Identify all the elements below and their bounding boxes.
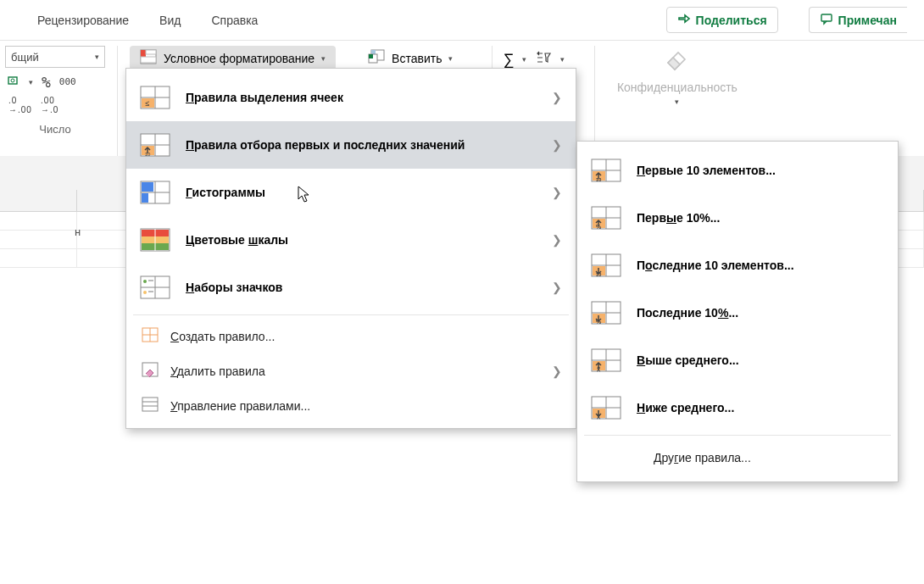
sub-label: Последние 10%... bbox=[637, 306, 738, 320]
menu-label: Гистограммы bbox=[186, 186, 537, 199]
share-button[interactable]: Поделиться bbox=[666, 7, 778, 33]
styles-group: Условное форматирование ▾ bbox=[130, 46, 336, 70]
chevron-down-icon[interactable]: ▾ bbox=[29, 78, 33, 86]
autosum-icon[interactable]: ∑ bbox=[503, 51, 514, 69]
menu-top-bottom-rules[interactable]: 10 Правила отбора первых и последних зна… bbox=[126, 121, 576, 169]
number-format-combo[interactable]: бщий ▾ bbox=[5, 46, 105, 68]
sub-top-10-items[interactable]: 10 Первые 10 элементов... bbox=[577, 147, 898, 194]
ribbon-tabs: Рецензирование Вид Справка Поделиться Пр… bbox=[0, 0, 924, 41]
increase-decimal-icon[interactable]: .0→.00 bbox=[8, 96, 32, 114]
eraser-icon bbox=[663, 46, 692, 77]
svg-text:≤: ≤ bbox=[146, 99, 150, 108]
tab-view[interactable]: Вид bbox=[159, 14, 181, 27]
sub-other-rules[interactable]: Другие правила... bbox=[577, 439, 898, 476]
percent-icon[interactable]: % bbox=[42, 73, 51, 91]
sort-filter-icon[interactable] bbox=[535, 49, 552, 70]
below-average-icon: x̄ bbox=[591, 396, 621, 420]
top-bottom-rules-submenu: 10 Первые 10 элементов... % Первые 10%..… bbox=[576, 141, 899, 482]
top-10-percent-icon: % bbox=[591, 206, 621, 230]
bottom-10-items-icon: 10 bbox=[591, 253, 621, 277]
comments-button[interactable]: Примечан bbox=[809, 7, 907, 33]
menu-highlight-cells-rules[interactable]: ≤ Правила выделения ячеек ❯ bbox=[126, 74, 576, 121]
menu-label: Удалить правила bbox=[170, 364, 265, 378]
conditional-formatting-button[interactable]: Условное форматирование ▾ bbox=[130, 46, 336, 70]
svg-rect-44 bbox=[142, 398, 158, 411]
svg-text:10: 10 bbox=[596, 177, 602, 182]
svg-text:%: % bbox=[596, 224, 602, 230]
sub-bottom-10-items[interactable]: 10 Последние 10 элементов... bbox=[577, 242, 898, 289]
sub-label: Первые 10%... bbox=[637, 211, 720, 225]
menu-label: Наборы значков bbox=[186, 281, 537, 294]
menu-clear-rules[interactable]: Удалить правила ❯ bbox=[126, 353, 576, 388]
above-average-icon: x̄ bbox=[591, 348, 621, 372]
svg-rect-6 bbox=[141, 57, 156, 63]
manage-rules-icon bbox=[142, 397, 159, 414]
number-format-value: бщий bbox=[11, 51, 39, 64]
tab-review[interactable]: Рецензирование bbox=[37, 14, 129, 27]
icon-sets-icon bbox=[140, 275, 170, 299]
sub-label: Ниже среднего... bbox=[637, 401, 734, 414]
submenu-arrow-icon: ❯ bbox=[552, 91, 562, 104]
insert-button[interactable]: Вставить ▾ bbox=[361, 46, 459, 70]
menu-data-bars[interactable]: Гистограммы ❯ bbox=[126, 169, 576, 216]
menu-icon-sets[interactable]: Наборы значков ❯ bbox=[126, 264, 576, 311]
svg-point-36 bbox=[143, 280, 147, 283]
currency-icon[interactable] bbox=[7, 74, 20, 90]
sub-below-average[interactable]: x̄ Ниже среднего... bbox=[577, 384, 898, 431]
svg-text:10: 10 bbox=[145, 152, 151, 157]
menu-label: Правила отбора первых и последних значен… bbox=[186, 138, 537, 152]
confidentiality-button: Конфиденциальность ▾ bbox=[605, 46, 749, 106]
cond-format-icon bbox=[140, 49, 157, 67]
chevron-down-icon[interactable]: ▾ bbox=[522, 55, 526, 64]
sub-label: Другие правила... bbox=[654, 451, 751, 464]
svg-rect-0 bbox=[821, 14, 832, 21]
top-bottom-icon: 10 bbox=[140, 133, 170, 157]
menu-new-rule[interactable]: Создать правило... bbox=[126, 319, 576, 353]
cond-format-label: Условное форматирование bbox=[164, 52, 314, 65]
chevron-down-icon: ▾ bbox=[321, 54, 326, 63]
decrease-decimal-icon[interactable]: .00→.0 bbox=[41, 96, 58, 114]
svg-rect-38 bbox=[148, 280, 153, 281]
svg-point-2 bbox=[11, 79, 14, 82]
chevron-down-icon: ▾ bbox=[95, 53, 99, 61]
column-header-letter: н bbox=[75, 225, 81, 238]
sub-top-10-percent[interactable]: % Первые 10%... bbox=[577, 194, 898, 242]
svg-text:10: 10 bbox=[596, 272, 602, 277]
submenu-arrow-icon: ❯ bbox=[552, 364, 562, 378]
new-rule-icon bbox=[142, 327, 159, 345]
conditional-formatting-menu: ≤ Правила выделения ячеек ❯ 10 Правила о… bbox=[125, 68, 576, 429]
comment-icon bbox=[820, 12, 833, 28]
tab-help[interactable]: Справка bbox=[211, 14, 258, 27]
sub-above-average[interactable]: x̄ Выше среднего... bbox=[577, 336, 898, 384]
mouse-cursor-icon bbox=[297, 185, 312, 208]
bottom-10-percent-icon: % bbox=[591, 301, 621, 325]
sub-bottom-10-percent[interactable]: % Последние 10%... bbox=[577, 289, 898, 336]
svg-rect-27 bbox=[142, 193, 148, 203]
svg-rect-26 bbox=[142, 182, 153, 192]
insert-label: Вставить bbox=[392, 52, 442, 65]
share-label: Поделиться bbox=[696, 14, 767, 27]
color-scales-icon bbox=[140, 228, 170, 252]
svg-text:%: % bbox=[596, 319, 602, 325]
cells-group: Вставить ▾ bbox=[361, 46, 459, 70]
svg-rect-39 bbox=[148, 291, 153, 292]
thousands-icon[interactable]: 000 bbox=[59, 76, 76, 87]
menu-manage-rules[interactable]: Управление правилами... bbox=[126, 388, 576, 423]
sub-label: Первые 10 элементов... bbox=[637, 164, 776, 177]
clear-rules-icon bbox=[142, 362, 159, 380]
svg-rect-10 bbox=[369, 54, 373, 58]
menu-label: Цветовые шкалы bbox=[186, 233, 537, 247]
svg-rect-1 bbox=[8, 77, 17, 84]
menu-label: Управление правилами... bbox=[170, 399, 310, 413]
chevron-down-icon: ▾ bbox=[675, 97, 679, 106]
submenu-arrow-icon: ❯ bbox=[552, 186, 562, 199]
chevron-down-icon[interactable]: ▾ bbox=[560, 55, 565, 64]
menu-label: Правила выделения ячеек bbox=[186, 91, 537, 104]
chevron-down-icon: ▾ bbox=[448, 54, 453, 63]
top-10-items-icon: 10 bbox=[591, 159, 621, 182]
submenu-arrow-icon: ❯ bbox=[552, 281, 562, 294]
svg-rect-4 bbox=[141, 50, 146, 57]
confidentiality-label: Конфиденциальность bbox=[617, 81, 738, 94]
menu-color-scales[interactable]: Цветовые шкалы ❯ bbox=[126, 216, 576, 264]
group-caption-number: Число bbox=[5, 114, 105, 141]
